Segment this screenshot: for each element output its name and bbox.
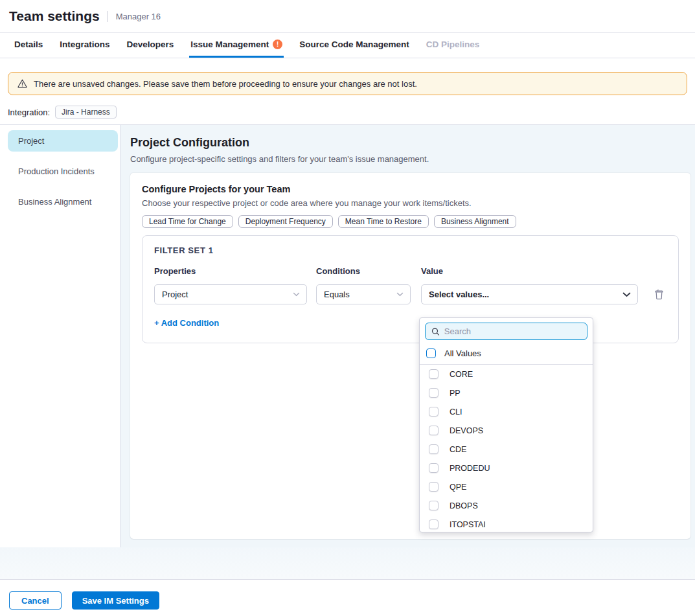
integration-row: Integration: Jira - Harness (0, 95, 695, 124)
save-im-settings-button[interactable]: Save IM Settings (72, 591, 159, 610)
sidebar-item-project-label: Project (18, 136, 44, 146)
value-multiselect-placeholder: Select values... (429, 290, 489, 299)
unsaved-changes-banner: There are unsaved changes. Please save t… (8, 72, 687, 95)
delete-filter-button[interactable] (651, 289, 667, 300)
section-subtitle: Configure project-specific settings and … (130, 154, 690, 164)
condition-select[interactable]: Equals (316, 284, 411, 304)
chip-lead-time-for-change[interactable]: Lead Time for Change (142, 215, 233, 228)
tab-issue-management-label: Issue Management (190, 40, 269, 49)
trash-icon (654, 289, 664, 300)
option-qpe[interactable]: QPE (420, 477, 593, 496)
option-checkbox[interactable] (429, 482, 439, 492)
chip-mean-time-to-restore[interactable]: Mean Time to Restore (338, 215, 429, 228)
option-checkbox[interactable] (429, 463, 439, 473)
option-checkbox[interactable] (429, 426, 439, 435)
chip-business-alignment[interactable]: Business Alignment (434, 215, 516, 228)
tab-integrations[interactable]: Integrations (58, 33, 111, 58)
option-checkbox[interactable] (429, 501, 439, 510)
select-all-label: All Values (444, 348, 481, 358)
option-label: PP (450, 389, 461, 398)
value-multiselect[interactable]: Select values... (421, 284, 638, 304)
filter-column-headers: Properties Conditions Value (154, 266, 667, 276)
option-checkbox[interactable] (429, 388, 439, 398)
unsaved-changes-badge: ! (273, 40, 282, 49)
tab-issue-management[interactable]: Issue Management ! (189, 33, 284, 58)
integration-label: Integration: (8, 108, 50, 117)
add-condition-button[interactable]: + Add Condition (154, 318, 219, 328)
title-divider (108, 11, 108, 22)
option-devops[interactable]: DEVOPS (420, 421, 593, 440)
condition-select-value: Equals (324, 290, 350, 299)
filter-set-title: FILTER SET 1 (154, 245, 667, 255)
option-pp[interactable]: PP (420, 383, 593, 402)
tab-details[interactable]: Details (13, 33, 44, 58)
property-select[interactable]: Project (154, 284, 307, 304)
option-label: DBOPS (450, 501, 478, 510)
select-all-row[interactable]: All Values (420, 345, 593, 365)
search-icon (431, 327, 440, 336)
dropdown-search-box (425, 323, 587, 340)
dropdown-search-container (420, 318, 593, 345)
option-cli[interactable]: CLI (420, 402, 593, 421)
cancel-button[interactable]: Cancel (9, 591, 62, 610)
settings-tabbar: Details Integrations Developers Issue Ma… (0, 33, 695, 58)
properties-column-label: Properties (154, 266, 307, 276)
page-header: Team settings Manager 16 (0, 0, 695, 33)
sidebar-item-production-incidents[interactable]: Production Incidents (8, 161, 118, 182)
chevron-down-icon (396, 292, 404, 297)
card-subtitle: Choose your respective project or code a… (142, 198, 679, 208)
option-label: CORE (450, 370, 473, 379)
option-label: QPE (450, 483, 466, 492)
section-title: Project Configuration (130, 136, 690, 150)
option-checkbox[interactable] (429, 519, 439, 529)
tab-source-code-management[interactable]: Source Code Management (298, 33, 411, 58)
option-label: CDE (450, 445, 466, 454)
option-label: CLI (450, 407, 462, 416)
bottom-spacer (0, 547, 695, 579)
value-column-label: Value (421, 266, 638, 276)
settings-sidebar: Project Production Incidents Business Al… (0, 125, 120, 547)
chip-deployment-frequency[interactable]: Deployment Frequency (238, 215, 333, 228)
tab-details-label: Details (14, 40, 43, 49)
chevron-down-icon (622, 292, 631, 297)
sidebar-item-production-incidents-label: Production Incidents (18, 166, 95, 176)
option-label: ITOPSTAI (450, 520, 486, 529)
filter-row: Project Equals Select valu (154, 284, 667, 304)
team-settings-page: Team settings Manager 16 Details Integra… (0, 0, 695, 616)
conditions-column-label: Conditions (316, 266, 411, 276)
option-core[interactable]: CORE (420, 365, 593, 383)
option-checkbox[interactable] (429, 369, 439, 379)
content-panel: Project Configuration Configure project-… (120, 125, 695, 547)
sidebar-item-project[interactable]: Project (8, 130, 118, 152)
value-select-dropdown: All Values CORE PP CLI DEVOPS CDE PRODED… (419, 317, 593, 532)
tab-cd-pipelines: CD Pipelines (425, 33, 481, 58)
sidebar-item-business-alignment-label: Business Alignment (18, 197, 91, 207)
search-input[interactable] (444, 326, 581, 336)
tab-developers-label: Developers (127, 40, 174, 49)
select-all-checkbox[interactable] (426, 348, 436, 358)
option-cde[interactable]: CDE (420, 440, 593, 459)
option-itopstai[interactable]: ITOPSTAI (420, 515, 593, 532)
chevron-down-icon (293, 292, 300, 297)
option-label: DEVOPS (450, 426, 483, 435)
tab-developers[interactable]: Developers (126, 33, 176, 58)
footer-actions: Cancel Save IM Settings (0, 579, 695, 610)
integration-chip[interactable]: Jira - Harness (55, 106, 117, 119)
filter-set-1: FILTER SET 1 Properties Conditions Value… (142, 235, 679, 343)
banner-container: There are unsaved changes. Please save t… (0, 58, 695, 95)
metric-chips: Lead Time for Change Deployment Frequenc… (142, 215, 679, 228)
option-label: PRODEDU (450, 464, 490, 473)
option-prodedu[interactable]: PRODEDU (420, 459, 593, 477)
tab-cd-pipelines-label: CD Pipelines (426, 40, 480, 49)
team-name-label: Manager 16 (116, 12, 161, 21)
card-title: Configure Projects for your Team (142, 184, 679, 194)
option-dbops[interactable]: DBOPS (420, 496, 593, 515)
tab-integrations-label: Integrations (60, 40, 109, 49)
tab-source-code-management-label: Source Code Management (299, 40, 409, 49)
property-select-value: Project (162, 290, 188, 299)
sidebar-item-business-alignment[interactable]: Business Alignment (8, 191, 118, 212)
option-checkbox[interactable] (429, 444, 439, 454)
page-title: Team settings (9, 8, 100, 24)
banner-text: There are unsaved changes. Please save t… (34, 79, 417, 89)
option-checkbox[interactable] (429, 407, 439, 416)
